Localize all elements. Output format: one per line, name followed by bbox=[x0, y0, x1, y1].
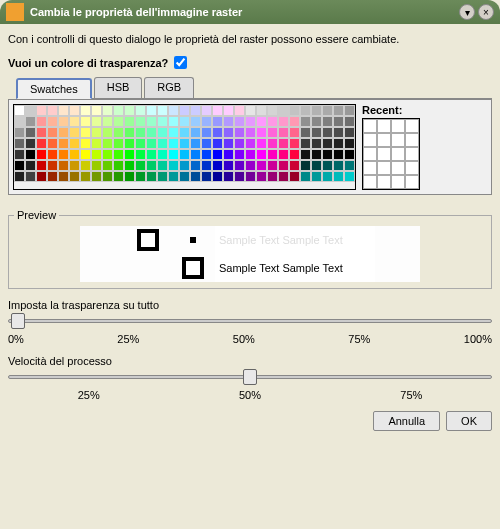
color-swatch[interactable] bbox=[179, 171, 190, 182]
recent-swatch[interactable] bbox=[405, 161, 419, 175]
color-swatch[interactable] bbox=[146, 171, 157, 182]
color-swatch[interactable] bbox=[245, 149, 256, 160]
color-swatch[interactable] bbox=[190, 138, 201, 149]
color-swatch[interactable] bbox=[14, 149, 25, 160]
color-swatch[interactable] bbox=[289, 160, 300, 171]
color-swatch[interactable] bbox=[190, 160, 201, 171]
color-swatch[interactable] bbox=[267, 160, 278, 171]
color-swatch[interactable] bbox=[179, 149, 190, 160]
color-swatch[interactable] bbox=[201, 149, 212, 160]
color-swatch[interactable] bbox=[278, 105, 289, 116]
color-swatch[interactable] bbox=[113, 171, 124, 182]
color-swatch[interactable] bbox=[300, 138, 311, 149]
color-swatch[interactable] bbox=[300, 116, 311, 127]
recent-swatch[interactable] bbox=[405, 175, 419, 189]
recent-swatch[interactable] bbox=[405, 147, 419, 161]
color-swatch[interactable] bbox=[212, 171, 223, 182]
color-swatch[interactable] bbox=[58, 105, 69, 116]
color-swatch[interactable] bbox=[311, 160, 322, 171]
color-swatch[interactable] bbox=[300, 171, 311, 182]
color-swatch[interactable] bbox=[322, 105, 333, 116]
color-swatch[interactable] bbox=[256, 127, 267, 138]
color-swatch[interactable] bbox=[47, 149, 58, 160]
color-swatch[interactable] bbox=[190, 127, 201, 138]
color-swatch[interactable] bbox=[14, 160, 25, 171]
color-swatch[interactable] bbox=[256, 160, 267, 171]
color-swatch[interactable] bbox=[267, 138, 278, 149]
color-swatch[interactable] bbox=[135, 138, 146, 149]
color-swatch[interactable] bbox=[168, 160, 179, 171]
color-swatch[interactable] bbox=[190, 116, 201, 127]
recent-swatch[interactable] bbox=[377, 175, 391, 189]
color-swatch[interactable] bbox=[256, 149, 267, 160]
ok-button[interactable]: OK bbox=[446, 411, 492, 431]
color-swatch[interactable] bbox=[322, 138, 333, 149]
color-swatch[interactable] bbox=[25, 149, 36, 160]
tab-rgb[interactable]: RGB bbox=[144, 77, 194, 98]
transparency-slider-thumb[interactable] bbox=[11, 313, 25, 329]
color-swatch[interactable] bbox=[157, 105, 168, 116]
color-swatch[interactable] bbox=[278, 116, 289, 127]
color-swatch[interactable] bbox=[47, 160, 58, 171]
color-swatch[interactable] bbox=[234, 138, 245, 149]
color-swatch[interactable] bbox=[47, 171, 58, 182]
color-swatch[interactable] bbox=[190, 105, 201, 116]
color-swatch[interactable] bbox=[135, 127, 146, 138]
color-swatch[interactable] bbox=[344, 116, 355, 127]
color-swatch[interactable] bbox=[256, 138, 267, 149]
recent-swatch[interactable] bbox=[391, 161, 405, 175]
color-swatch[interactable] bbox=[289, 127, 300, 138]
color-swatch[interactable] bbox=[311, 105, 322, 116]
color-swatch[interactable] bbox=[278, 171, 289, 182]
color-swatch[interactable] bbox=[124, 127, 135, 138]
color-swatch[interactable] bbox=[311, 171, 322, 182]
color-swatch[interactable] bbox=[234, 160, 245, 171]
color-swatch[interactable] bbox=[322, 127, 333, 138]
color-swatch[interactable] bbox=[333, 105, 344, 116]
color-swatch[interactable] bbox=[223, 160, 234, 171]
color-swatch[interactable] bbox=[47, 105, 58, 116]
color-swatch[interactable] bbox=[157, 127, 168, 138]
color-swatch[interactable] bbox=[91, 138, 102, 149]
color-swatch[interactable] bbox=[234, 149, 245, 160]
color-swatch[interactable] bbox=[146, 149, 157, 160]
color-swatch[interactable] bbox=[102, 105, 113, 116]
color-swatch[interactable] bbox=[212, 138, 223, 149]
color-swatch[interactable] bbox=[289, 105, 300, 116]
color-swatch[interactable] bbox=[300, 149, 311, 160]
color-swatch[interactable] bbox=[245, 171, 256, 182]
color-swatch[interactable] bbox=[146, 105, 157, 116]
color-swatch[interactable] bbox=[36, 171, 47, 182]
color-swatch[interactable] bbox=[69, 127, 80, 138]
color-swatch[interactable] bbox=[300, 127, 311, 138]
color-swatch[interactable] bbox=[91, 127, 102, 138]
transparency-slider[interactable] bbox=[8, 319, 492, 323]
color-swatch[interactable] bbox=[157, 149, 168, 160]
minimize-button[interactable]: ▾ bbox=[459, 4, 475, 20]
color-swatch[interactable] bbox=[289, 171, 300, 182]
color-swatch[interactable] bbox=[311, 138, 322, 149]
color-swatch[interactable] bbox=[58, 160, 69, 171]
color-swatch[interactable] bbox=[300, 160, 311, 171]
color-swatch[interactable] bbox=[267, 116, 278, 127]
color-swatch[interactable] bbox=[36, 160, 47, 171]
color-swatch[interactable] bbox=[80, 171, 91, 182]
color-swatch[interactable] bbox=[245, 138, 256, 149]
color-swatch[interactable] bbox=[322, 171, 333, 182]
swatch-grid[interactable] bbox=[13, 104, 356, 190]
cancel-button[interactable]: Annulla bbox=[373, 411, 440, 431]
color-swatch[interactable] bbox=[25, 171, 36, 182]
recent-swatch[interactable] bbox=[363, 161, 377, 175]
color-swatch[interactable] bbox=[179, 105, 190, 116]
color-swatch[interactable] bbox=[58, 127, 69, 138]
color-swatch[interactable] bbox=[102, 116, 113, 127]
color-swatch[interactable] bbox=[146, 160, 157, 171]
color-swatch[interactable] bbox=[278, 127, 289, 138]
color-swatch[interactable] bbox=[14, 105, 25, 116]
color-swatch[interactable] bbox=[278, 149, 289, 160]
tab-hsb[interactable]: HSB bbox=[94, 77, 143, 98]
color-swatch[interactable] bbox=[58, 171, 69, 182]
color-swatch[interactable] bbox=[36, 105, 47, 116]
recent-grid[interactable] bbox=[362, 118, 420, 190]
color-swatch[interactable] bbox=[256, 105, 267, 116]
